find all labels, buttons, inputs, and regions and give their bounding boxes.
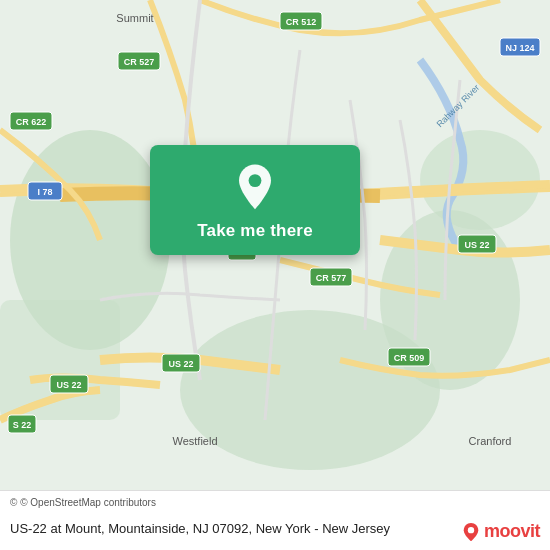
svg-text:US 22: US 22 <box>464 240 489 250</box>
svg-text:NJ 124: NJ 124 <box>505 43 534 53</box>
svg-text:Westfield: Westfield <box>172 435 217 447</box>
osm-attribution: © © OpenStreetMap contributors <box>10 497 156 508</box>
moovit-brand-text: moovit <box>484 521 540 542</box>
svg-point-37 <box>468 527 474 533</box>
address-text: US-22 at Mount, Mountainside, NJ 07092, … <box>10 520 540 538</box>
take-me-there-label: Take me there <box>197 221 313 241</box>
svg-text:CR 527: CR 527 <box>124 57 155 67</box>
moovit-pin-icon <box>462 522 480 542</box>
bottom-info-bar: © © OpenStreetMap contributors US-22 at … <box>0 490 550 550</box>
svg-text:US 22: US 22 <box>168 359 193 369</box>
moovit-logo: moovit <box>462 521 540 542</box>
svg-text:Summit: Summit <box>116 12 153 24</box>
svg-text:CR 509: CR 509 <box>394 353 425 363</box>
svg-text:CR 577: CR 577 <box>316 273 347 283</box>
svg-text:I 78: I 78 <box>37 187 52 197</box>
svg-text:CR 622: CR 622 <box>16 117 47 127</box>
svg-point-4 <box>420 130 540 230</box>
take-me-there-button[interactable]: Take me there <box>150 145 360 255</box>
copyright-icon: © <box>10 497 17 508</box>
map-container: CR 512 NJ 124 CR 527 CR 622 I 78 I 78 CR… <box>0 0 550 490</box>
svg-text:US 22: US 22 <box>56 380 81 390</box>
svg-text:S 22: S 22 <box>13 420 32 430</box>
attribution-text: © OpenStreetMap contributors <box>20 497 156 508</box>
svg-text:CR 512: CR 512 <box>286 17 317 27</box>
location-pin-icon <box>231 163 279 211</box>
svg-text:Cranford: Cranford <box>469 435 512 447</box>
svg-point-36 <box>249 174 262 187</box>
